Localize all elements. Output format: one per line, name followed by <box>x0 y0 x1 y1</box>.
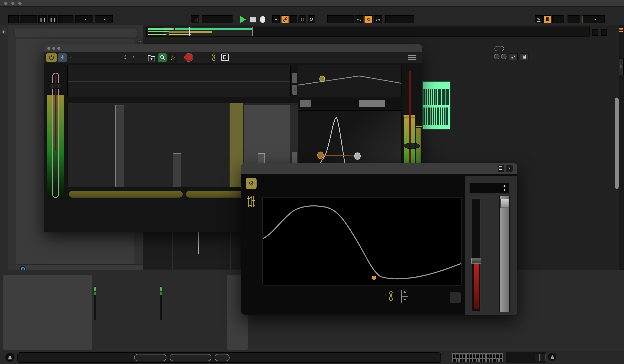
new-midi-button[interactable]: + <box>272 15 280 23</box>
mods-float-button[interactable] <box>498 165 504 172</box>
piano-keys-icon <box>546 17 549 21</box>
freq-envelope-panel[interactable] <box>298 65 402 97</box>
freq-slider[interactable] <box>300 100 311 107</box>
play-button[interactable] <box>240 16 246 23</box>
traffic-light-close[interactable] <box>47 47 50 50</box>
prev-preset-button[interactable]: ‹ <box>70 54 72 59</box>
nudge-icon[interactable]: |||| <box>48 15 57 23</box>
traffic-light-zoom[interactable] <box>57 47 60 50</box>
mods-x-button[interactable] <box>450 292 461 303</box>
help-button[interactable] <box>215 354 230 361</box>
arrangement-position-field[interactable] <box>202 15 233 23</box>
record-knob[interactable] <box>184 53 193 62</box>
save-preset-button[interactable] <box>147 53 156 62</box>
filter-link-handle[interactable] <box>355 153 360 159</box>
loop-button[interactable]: ⟲ <box>364 15 373 23</box>
midi-overdub-button[interactable] <box>281 15 289 23</box>
draw-mode-button[interactable]: ✎ <box>535 15 543 23</box>
tap-tempo-button[interactable] <box>8 15 19 23</box>
arrangement-overview[interactable] <box>146 26 590 37</box>
seq-curve-panel[interactable] <box>262 197 462 286</box>
overview-menu-icon[interactable] <box>620 28 623 33</box>
mods-mixer-icon[interactable] <box>247 195 255 208</box>
thru-fader-thumb[interactable] <box>48 83 63 89</box>
clip-overview-waveform[interactable] <box>452 352 504 363</box>
filter-freq-handle[interactable] <box>318 152 323 158</box>
ableton-logo-right <box>548 353 556 361</box>
power-icon <box>49 55 54 61</box>
computer-midi-keyboard-button[interactable] <box>544 15 551 23</box>
window-thumbnail <box>541 354 546 361</box>
key-map-button[interactable] <box>552 15 564 23</box>
device-on-button[interactable] <box>46 53 57 62</box>
traffic-light-minimize[interactable] <box>11 2 15 5</box>
quantize-menu[interactable]: ▼ <box>95 15 113 23</box>
mods-settings-button[interactable]: ⚙ <box>246 178 257 189</box>
mod-amount-slider[interactable] <box>472 198 481 311</box>
window-thumbnail <box>535 354 540 361</box>
pencil-circle-icon[interactable]: O <box>308 15 315 23</box>
plugin-menu-icon[interactable] <box>408 55 416 60</box>
mods-close-button[interactable]: x <box>506 165 513 172</box>
status-bar <box>0 351 624 364</box>
traffic-light-close[interactable] <box>4 2 7 5</box>
enabled-fader[interactable] <box>499 196 510 312</box>
input-waveform-panel[interactable] <box>67 65 291 97</box>
update-notification <box>17 352 441 363</box>
plugin-title-bar[interactable] <box>44 44 422 52</box>
thru-fader-slot[interactable] <box>52 73 59 198</box>
glitcher-fader-thumb[interactable] <box>404 143 420 149</box>
punch-in-button[interactable]: ⌐\ <box>355 15 363 23</box>
midi-map-button[interactable] <box>568 15 580 23</box>
ostrich-icon[interactable] <box>210 53 217 62</box>
device-meter <box>160 286 162 320</box>
groove-amount-menu[interactable]: ▼ <box>582 15 605 23</box>
vertical-scroll-grip[interactable]: ||| <box>619 58 624 75</box>
stop-button[interactable] <box>250 17 256 23</box>
browser-collapse-icon[interactable]: ▶ <box>1 29 7 34</box>
mods-range-icon[interactable] <box>400 290 409 303</box>
envelope-handle[interactable] <box>320 76 325 82</box>
remind-me-later-button[interactable] <box>170 354 211 361</box>
favorite-star-button[interactable]: ☆ <box>168 53 177 62</box>
marquee-selection-icon[interactable]: ⌈⌋ <box>299 15 306 23</box>
percent-tab[interactable] <box>292 73 297 83</box>
time-signature-field[interactable] <box>58 15 74 23</box>
metronome-button[interactable]: ▼ <box>75 15 93 23</box>
window-mode-button[interactable] <box>221 53 229 61</box>
grain-section-bar <box>69 191 183 198</box>
clip-detail-panel[interactable] <box>3 275 92 350</box>
loop-start-field[interactable] <box>327 15 354 23</box>
hot-swap-lightning-button[interactable] <box>58 53 67 62</box>
groove-pool-icon[interactable]: |||| <box>38 15 47 23</box>
session-scrollbar[interactable] <box>615 98 619 189</box>
update-now-button[interactable] <box>134 354 166 361</box>
traffic-light-minimize[interactable] <box>52 47 55 50</box>
current-clip-box[interactable] <box>506 352 546 363</box>
punch-out-button[interactable]: /¬ <box>374 15 382 23</box>
mods-param-row <box>262 290 379 306</box>
mods-title-bar[interactable]: x <box>241 163 517 174</box>
overview-height-button[interactable] <box>593 29 598 36</box>
active-step-column[interactable] <box>230 103 243 188</box>
enable-mode-dropdown[interactable]: ▲▼ <box>469 183 509 193</box>
browse-button[interactable] <box>158 53 167 62</box>
loop-length-field[interactable] <box>385 15 414 23</box>
back-to-arrangement-button[interactable]: ← <box>290 15 297 23</box>
mods-ostrich-icon[interactable] <box>387 291 394 303</box>
traffic-light-zoom[interactable] <box>18 2 22 5</box>
follow-button[interactable]: →| <box>191 15 199 23</box>
mods-enable-panel: ▲▼ <box>466 176 517 315</box>
bypass-tab[interactable]: ✕ <box>292 85 297 95</box>
skew-slider[interactable] <box>359 100 385 107</box>
overview-width-button[interactable] <box>601 29 607 36</box>
tempo-field[interactable] <box>20 15 37 23</box>
search-input[interactable] <box>15 29 137 37</box>
next-preset-button[interactable]: › <box>133 54 134 59</box>
overview-selection[interactable] <box>164 27 253 36</box>
record-button[interactable] <box>260 16 265 23</box>
seq-curve-handle[interactable] <box>372 276 376 280</box>
freq-skew-row <box>298 99 402 109</box>
preset-spinner[interactable]: ▲▼ <box>124 54 127 61</box>
arrangement-clip-stutter[interactable] <box>422 81 450 130</box>
